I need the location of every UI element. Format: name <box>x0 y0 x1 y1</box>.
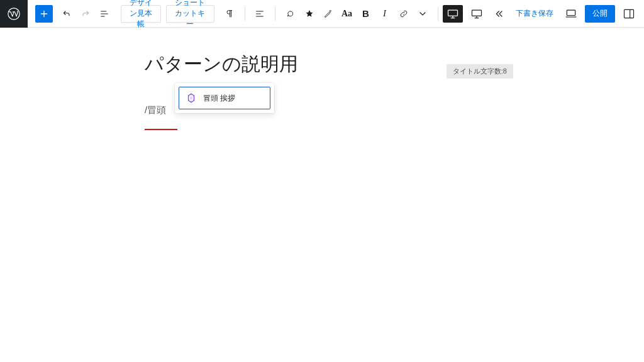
desktop-icon <box>447 8 459 20</box>
link-button[interactable] <box>395 5 413 23</box>
add-block-button[interactable] <box>35 5 53 23</box>
autocomplete-item-label: 冒頭 挨拶 <box>203 93 235 104</box>
toolbar-separator <box>275 7 275 21</box>
redo-icon <box>80 8 91 20</box>
toolbar-separator <box>245 7 245 21</box>
svg-rect-4 <box>625 9 634 18</box>
plus-icon <box>39 8 49 19</box>
toolbar-right-group: 下書き保存 公開 <box>443 5 644 23</box>
pattern-icon <box>186 92 197 104</box>
settings-panel-toggle[interactable] <box>619 5 639 23</box>
save-draft-button[interactable]: 下書き保存 <box>512 5 557 23</box>
paragraph-icon <box>225 8 235 20</box>
preview-button[interactable] <box>561 5 581 23</box>
marker-icon <box>286 8 296 20</box>
paragraph-block-button[interactable] <box>221 5 238 23</box>
device-desktop-button[interactable] <box>443 5 463 23</box>
svg-rect-1 <box>448 10 458 16</box>
toolbar-left-group: デザイン見本帳 ショートカットキー Aa B I <box>28 5 443 23</box>
redo-button[interactable] <box>77 5 94 23</box>
wordpress-icon <box>7 7 21 21</box>
bold-icon: B <box>362 8 369 19</box>
autocomplete-item[interactable]: 冒頭 挨拶 <box>179 87 270 109</box>
editor-toolbar: デザイン見本帳 ショートカットキー Aa B I <box>0 0 644 28</box>
undo-icon <box>62 8 72 20</box>
italic-button[interactable]: I <box>376 5 394 23</box>
toolbar-separator <box>438 7 438 21</box>
italic-icon: I <box>383 8 386 19</box>
highlight-pen-icon <box>323 8 333 20</box>
undo-button[interactable] <box>58 5 75 23</box>
svg-point-0 <box>8 8 19 19</box>
editor-canvas: タイトル文字数:8 パターンの説明用 /冒頭 冒頭 挨拶 <box>0 28 644 130</box>
collapse-button[interactable] <box>491 5 508 23</box>
laptop-icon <box>565 8 577 20</box>
align-button[interactable] <box>251 5 269 23</box>
sidebar-panel-icon <box>623 8 635 20</box>
highlight-button[interactable] <box>319 5 337 23</box>
svg-rect-3 <box>567 10 575 15</box>
svg-rect-2 <box>472 10 482 16</box>
bold-button[interactable]: B <box>357 5 375 23</box>
spellcheck-underline <box>145 129 177 130</box>
title-char-count-badge: タイトル文字数:8 <box>447 64 513 79</box>
font-size-button[interactable]: Aa <box>338 5 356 23</box>
tablet-icon <box>470 8 483 20</box>
shortcut-keys-button[interactable]: ショートカットキー <box>166 5 214 23</box>
chevron-down-icon <box>418 8 428 19</box>
design-sample-button[interactable]: デザイン見本帳 <box>121 5 161 23</box>
device-tablet-button[interactable] <box>467 5 487 23</box>
wordpress-logo-button[interactable] <box>0 0 28 28</box>
document-overview-button[interactable] <box>96 5 113 23</box>
star-button[interactable] <box>301 5 318 23</box>
link-icon <box>399 8 409 20</box>
marker-button[interactable] <box>282 5 299 23</box>
star-icon <box>304 8 314 20</box>
font-size-icon: Aa <box>341 9 352 19</box>
slash-autocomplete-popup: 冒頭 挨拶 <box>175 83 274 113</box>
more-format-button[interactable] <box>414 5 431 23</box>
list-outline-icon <box>99 8 109 20</box>
chevron-double-left-icon <box>494 9 504 19</box>
publish-button[interactable]: 公開 <box>585 5 615 23</box>
align-left-icon <box>255 8 265 20</box>
